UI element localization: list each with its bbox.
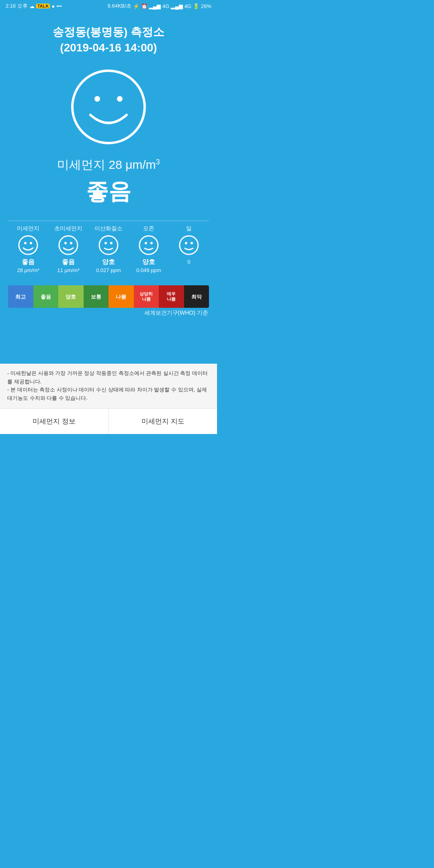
svg-point-17 xyxy=(190,242,193,244)
sub-icon-particulate xyxy=(18,235,39,256)
svg-point-5 xyxy=(30,242,32,244)
legend-worst: 최악 xyxy=(184,285,209,308)
status-main-label: 좋음 xyxy=(86,176,131,207)
svg-point-0 xyxy=(72,71,145,143)
sub-label-ozone: 오존 xyxy=(143,225,154,232)
svg-point-15 xyxy=(180,236,198,254)
signal-icon: ▂▄▆ xyxy=(149,3,161,9)
sub-status-fine: 좋음 xyxy=(62,258,75,266)
sub-item-no2: 이산화질소 양호 0.027 ppm xyxy=(92,225,125,273)
main-smiley xyxy=(68,67,149,149)
sub-item-particulate: 미세먼지 좋음 28 μm/m³ xyxy=(12,225,44,273)
status-bar: 2:16 오후 ☁ TALK ● ••• 9.64KB/초 ⚡ ⏰ ▂▄▆ 4G… xyxy=(0,0,217,12)
sub-label-particulate: 미세먼지 xyxy=(17,225,39,232)
svg-point-6 xyxy=(59,236,78,254)
sub-value-no2: 0.027 ppm xyxy=(96,267,121,273)
legend-very-bad: 상당히나쁨 xyxy=(134,285,159,308)
sub-value-ozone: 0.049 ppm xyxy=(136,267,161,273)
talk-icon: TALK xyxy=(36,4,50,8)
sub-value-fine: 11 μm/m³ xyxy=(57,267,79,273)
battery-icon: 🔋 xyxy=(193,3,199,9)
sub-icon-no2 xyxy=(98,235,119,256)
network-4g-1: 4G xyxy=(162,3,169,9)
status-time: 2:16 오후 xyxy=(6,2,28,10)
nav-dust-map[interactable]: 미세먼지 지도 xyxy=(109,409,217,434)
sub-status-no2: 양호 xyxy=(102,258,115,266)
bottom-nav: 미세먼지 정보 미세먼지 지도 xyxy=(0,408,217,434)
sub-item-fine: 초미세먼지 좋음 11 μm/m³ xyxy=(52,225,84,273)
network-4g-2: 4G xyxy=(184,3,191,9)
sub-item-co: 일 0 xyxy=(173,225,205,265)
circle-icon: ● xyxy=(51,3,55,9)
nav-dust-map-label: 미세먼지 지도 xyxy=(141,417,184,426)
dots-icon: ••• xyxy=(56,3,62,9)
sub-status-ozone: 양호 xyxy=(142,258,155,266)
sub-label-co: 일 xyxy=(186,225,192,232)
sub-icon-ozone xyxy=(138,235,159,256)
legend-napbeum: 나쁨 xyxy=(108,285,134,308)
legend-joeum: 좋음 xyxy=(33,285,59,308)
svg-point-11 xyxy=(110,242,113,244)
svg-point-14 xyxy=(150,242,153,244)
info-text: - 미세한날은 사용와 가장 가까운 정상 작동중인 측정소에서 관측된 실시간… xyxy=(7,370,208,401)
svg-point-10 xyxy=(104,242,107,244)
svg-point-12 xyxy=(139,236,158,254)
legend-botong: 보통 xyxy=(84,285,109,308)
svg-point-3 xyxy=(19,236,37,254)
svg-point-8 xyxy=(70,242,72,244)
sub-icon-co xyxy=(178,235,199,256)
svg-point-4 xyxy=(24,242,27,244)
divider xyxy=(8,221,209,221)
legend-container: 최고 좋음 양호 보통 나쁨 상당히나쁨 매우나쁨 최악 세계보건기구(WHO)… xyxy=(8,285,209,317)
status-right: 9.64KB/초 ⚡ ⏰ ▂▄▆ 4G ▂▄▆ 4G 🔋 26% xyxy=(108,2,211,10)
legend-extreme-bad: 매우나쁨 xyxy=(159,285,184,308)
svg-point-2 xyxy=(117,96,123,102)
sub-label-no2: 이산화질소 xyxy=(94,225,123,232)
signal-icon-2: ▂▄▆ xyxy=(171,3,182,9)
sub-readings-row: 미세먼지 좋음 28 μm/m³ 초미세먼지 좋음 11 μm/m³ 이산화질소 xyxy=(8,225,209,273)
station-title: 송정동(봉명동) 측정소 (2019-04-16 14:00) xyxy=(53,24,164,55)
battery-percent: 26% xyxy=(201,3,211,9)
dust-reading: 미세먼지 28 μm/m3 xyxy=(57,157,160,173)
legend-bar: 최고 좋음 양호 보통 나쁨 상당히나쁨 매우나쁨 최악 xyxy=(8,285,209,308)
alarm-icon: ⏰ xyxy=(141,3,147,9)
svg-point-13 xyxy=(145,242,147,244)
status-left: 2:16 오후 ☁ TALK ● ••• xyxy=(6,2,62,10)
weather-icon: ☁ xyxy=(29,3,35,9)
sub-value-particulate: 28 μm/m³ xyxy=(17,267,39,273)
main-smiley-svg xyxy=(68,67,149,147)
nav-dust-info-label: 미세먼지 정보 xyxy=(33,417,76,426)
dust-value-text: 미세먼지 28 μm/m3 xyxy=(57,158,160,171)
svg-point-16 xyxy=(185,242,187,244)
sub-value-co: 0 xyxy=(187,259,190,265)
main-content-area: 송정동(봉명동) 측정소 (2019-04-16 14:00) 미세먼지 28 … xyxy=(0,12,217,364)
svg-point-1 xyxy=(94,96,100,102)
station-name-line2: (2019-04-16 14:00) xyxy=(60,41,157,54)
svg-point-7 xyxy=(64,242,67,244)
station-name-line1: 송정동(봉명동) 측정소 xyxy=(53,26,164,38)
sub-label-fine: 초미세먼지 xyxy=(54,225,82,232)
sub-status-particulate: 좋음 xyxy=(22,258,35,266)
sub-item-ozone: 오존 양호 0.049 ppm xyxy=(133,225,165,273)
legend-yangho: 양호 xyxy=(58,285,84,308)
sub-icon-fine xyxy=(58,235,79,256)
svg-point-9 xyxy=(99,236,118,254)
nav-dust-info[interactable]: 미세먼지 정보 xyxy=(0,409,109,434)
legend-who-label: 세계보건기구(WHO) 기준 xyxy=(8,309,209,317)
info-section: - 미세한날은 사용와 가장 가까운 정상 작동중인 측정소에서 관측된 실시간… xyxy=(0,364,217,408)
network-speed: 9.64KB/초 xyxy=(108,2,131,10)
bluetooth-icon: ⚡ xyxy=(133,3,139,9)
legend-chogo: 최고 xyxy=(8,285,33,308)
